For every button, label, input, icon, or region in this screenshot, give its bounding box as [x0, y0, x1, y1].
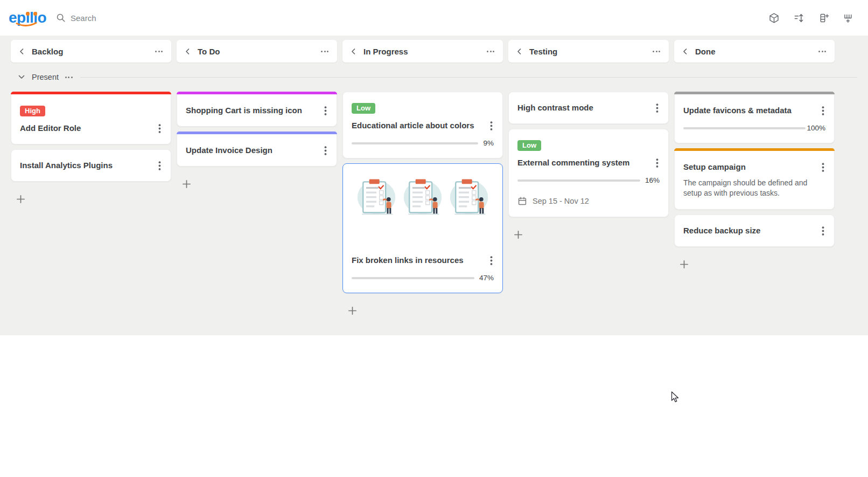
- card-title: External commenting system: [517, 158, 629, 168]
- card-high-contrast-mode[interactable]: High contrast mode: [508, 92, 669, 124]
- card-title: Fix broken links in resources: [352, 255, 464, 265]
- column-header-backlog: Backlog: [11, 40, 171, 63]
- topbar-actions: [768, 12, 854, 24]
- card-external-commenting-system[interactable]: Low External commenting system 16% Sep 1…: [508, 129, 669, 217]
- add-card-button[interactable]: [347, 305, 358, 316]
- progress-bar: 9%: [352, 139, 494, 147]
- priority-badge: Low: [352, 103, 375, 114]
- search-placeholder: Search: [71, 13, 96, 23]
- card-menu-icon[interactable]: [818, 162, 828, 172]
- card-title: Update Invoice Design: [186, 146, 272, 155]
- card-menu-icon[interactable]: [818, 106, 828, 115]
- card-menu-icon[interactable]: [155, 161, 164, 170]
- swimlane-label: Present: [32, 73, 59, 81]
- column-menu-icon[interactable]: [817, 49, 827, 54]
- column-title: To Do: [198, 47, 220, 56]
- column-title: Done: [695, 47, 716, 56]
- card-accent-bar: [177, 132, 337, 134]
- add-card-button[interactable]: [678, 259, 689, 269]
- card-menu-icon[interactable]: [155, 123, 164, 133]
- logo-i-dot: [33, 12, 37, 16]
- column-header-in-progress: In Progress: [342, 40, 503, 63]
- card-title: Update favicons & metadata: [683, 106, 792, 115]
- logo-i-dot: [26, 12, 30, 16]
- sort-icon[interactable]: [793, 12, 804, 24]
- progress-percent: 47%: [479, 274, 494, 282]
- kanban-board: Backlog To Do In Progress Testing Done P: [0, 36, 868, 335]
- progress-bar: 16%: [517, 176, 660, 184]
- add-card-button[interactable]: [181, 178, 192, 189]
- swimlane-menu-icon[interactable]: [64, 74, 74, 80]
- card-add-editor-role[interactable]: High Add Editor Role: [11, 92, 171, 144]
- card-title: High contrast mode: [517, 103, 593, 113]
- column-title: Backlog: [32, 47, 63, 56]
- card-menu-icon[interactable]: [652, 158, 662, 168]
- lanes-row: High Add Editor Role Install Analytics P…: [0, 92, 868, 316]
- progress-bar: 47%: [352, 274, 494, 282]
- lane-in-progress: Low Educational article about colors 9%: [342, 92, 503, 316]
- collapse-column-icon[interactable]: [184, 47, 191, 56]
- collapse-column-icon[interactable]: [682, 47, 688, 56]
- lane-testing: High contrast mode Low External commenti…: [508, 92, 669, 240]
- collapse-column-icon[interactable]: [350, 47, 356, 56]
- card-title: Setup campaign: [683, 162, 746, 172]
- package-icon[interactable]: [768, 12, 780, 24]
- card-educational-article[interactable]: Low Educational article about colors 9%: [342, 92, 503, 158]
- column-header-done: Done: [674, 40, 835, 63]
- card-accent-bar: [11, 92, 171, 94]
- card-update-invoice-design[interactable]: Update Invoice Design: [177, 132, 337, 167]
- card-title: Reduce backup size: [683, 226, 760, 236]
- lane-todo: Shopping Cart is missing icon Update Inv…: [177, 92, 337, 189]
- collapse-column-icon[interactable]: [516, 47, 522, 56]
- card-setup-campaign[interactable]: Setup campaign The campaign should be de…: [674, 148, 835, 210]
- card-title: Shopping Cart is missing icon: [186, 106, 302, 115]
- add-column-icon[interactable]: [817, 12, 829, 24]
- column-header-todo: To Do: [177, 40, 337, 63]
- card-accent-bar: [674, 92, 835, 94]
- swimlane-divider: [80, 77, 857, 78]
- card-description: The campaign should be defined and setup…: [683, 178, 825, 198]
- column-menu-icon[interactable]: [486, 49, 495, 54]
- card-update-favicons-metadata[interactable]: Update favicons & metadata 100%: [674, 92, 835, 143]
- date-range-text: Sep 15 - Nov 12: [533, 197, 589, 205]
- app-logo[interactable]: epilio: [9, 8, 48, 28]
- collapse-column-icon[interactable]: [18, 47, 25, 56]
- search-bar[interactable]: Search: [56, 13, 96, 23]
- mouse-cursor: [671, 391, 680, 403]
- column-menu-icon[interactable]: [154, 49, 164, 54]
- column-menu-icon[interactable]: [320, 49, 330, 54]
- card-date-range: Sep 15 - Nov 12: [517, 196, 660, 206]
- add-card-button[interactable]: [15, 193, 26, 204]
- search-icon: [56, 13, 66, 23]
- progress-percent: 16%: [645, 176, 660, 184]
- lane-backlog: High Add Editor Role Install Analytics P…: [11, 92, 171, 204]
- card-menu-icon[interactable]: [320, 106, 330, 115]
- calendar-icon: [517, 196, 527, 206]
- add-card-button[interactable]: [513, 229, 523, 240]
- card-menu-icon[interactable]: [320, 146, 330, 155]
- card-menu-icon[interactable]: [818, 226, 828, 236]
- card-install-analytics-plugins[interactable]: Install Analytics Plugins: [11, 149, 171, 182]
- add-swimlane-icon[interactable]: [842, 12, 854, 24]
- card-shopping-cart-missing-icon[interactable]: Shopping Cart is missing icon: [177, 92, 337, 127]
- card-fix-broken-links[interactable]: Fix broken links in resources 47%: [342, 163, 503, 293]
- column-headers-row: Backlog To Do In Progress Testing Done: [0, 40, 868, 63]
- logo-smile-swoosh: [15, 22, 38, 29]
- card-accent-bar: [674, 148, 835, 151]
- card-menu-icon[interactable]: [652, 103, 662, 113]
- swimlane-header: Present: [0, 71, 868, 83]
- chevron-down-icon[interactable]: [18, 74, 25, 80]
- card-menu-icon[interactable]: [486, 255, 496, 265]
- card-title: Install Analytics Plugins: [20, 161, 113, 170]
- priority-badge: High: [20, 106, 45, 116]
- card-reduce-backup-size[interactable]: Reduce backup size: [674, 215, 835, 247]
- column-menu-icon[interactable]: [652, 49, 661, 54]
- card-accent-bar: [177, 92, 337, 94]
- lane-done: Update favicons & metadata 100% Setup ca…: [674, 92, 835, 269]
- progress-percent: 9%: [483, 139, 494, 147]
- column-title: Testing: [529, 47, 557, 56]
- card-menu-icon[interactable]: [486, 121, 496, 130]
- priority-badge: Low: [517, 140, 541, 151]
- card-title: Educational article about colors: [352, 121, 474, 130]
- column-title: In Progress: [363, 47, 408, 56]
